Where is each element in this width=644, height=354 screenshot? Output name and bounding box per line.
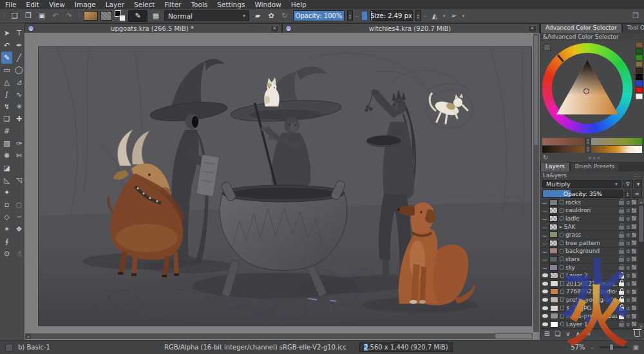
- eye-open-icon[interactable]: [542, 282, 548, 286]
- crop-tool[interactable]: #: [1, 125, 12, 137]
- lock-icon[interactable]: [619, 226, 624, 230]
- layer-row[interactable]: Layer 1α: [540, 320, 638, 329]
- menu-item-layer[interactable]: Layer: [106, 1, 124, 8]
- layer-row[interactable]: pretty-young-adult-...α: [540, 296, 638, 304]
- menu-item-image[interactable]: Image: [75, 1, 96, 8]
- undo-button[interactable]: ↶: [50, 10, 61, 21]
- layer-name[interactable]: 77689521-studio-sh...: [566, 288, 617, 295]
- new-document-button[interactable]: ❑: [9, 10, 21, 21]
- shade-strip[interactable]: [591, 146, 642, 153]
- group-expand-icon[interactable]: [560, 224, 562, 230]
- close-icon[interactable]: [528, 25, 536, 32]
- layer-row[interactable]: xmas-present-baseα: [540, 312, 638, 320]
- alpha-lock-icon[interactable]: [632, 200, 636, 204]
- opacity-slider[interactable]: Opacity: 100%: [293, 10, 345, 21]
- lock-icon[interactable]: [619, 242, 624, 246]
- layer-blending-mode-select[interactable]: Multiply: [542, 180, 621, 188]
- layer-name[interactable]: cauldron: [565, 207, 617, 213]
- fill-tool[interactable]: ◪: [1, 162, 12, 174]
- edit-shapes-tool[interactable]: ↶: [1, 39, 12, 52]
- inherit-alpha-icon[interactable]: α: [626, 248, 630, 254]
- inherit-alpha-icon[interactable]: α: [626, 224, 630, 230]
- layer-opacity-slider[interactable]: Opacity: 35%: [542, 190, 623, 198]
- scrollbar-handle[interactable]: [495, 334, 532, 339]
- chevron-down-icon[interactable]: [462, 14, 465, 19]
- inherit-alpha-icon[interactable]: α: [626, 240, 630, 246]
- canvas-vertical-scrollbar[interactable]: [533, 34, 539, 332]
- eye-closed-icon[interactable]: [542, 257, 547, 261]
- ellipse-select-tool[interactable]: ◌: [14, 199, 24, 211]
- eraser-mode-button[interactable]: ▰: [252, 10, 263, 21]
- history-swatch[interactable]: [636, 74, 643, 80]
- hue-ring[interactable]: [542, 43, 632, 133]
- alpha-lock-icon[interactable]: [632, 322, 636, 326]
- layer-row[interactable]: cauldronα: [540, 207, 638, 215]
- move-layer-down-button[interactable]: ∨: [565, 330, 570, 337]
- splitter-handle[interactable]: [589, 155, 601, 161]
- alpha-lock-icon[interactable]: [632, 224, 636, 229]
- tab-layers[interactable]: Layers: [540, 162, 570, 172]
- lock-icon[interactable]: [619, 250, 624, 254]
- layer-row[interactable]: Layer 2α: [540, 271, 638, 280]
- alpha-lock-icon[interactable]: [632, 241, 636, 245]
- lock-icon[interactable]: [619, 210, 624, 213]
- rect-select-tool[interactable]: ▫: [1, 199, 12, 211]
- scroll-left-icon[interactable]: [25, 333, 31, 339]
- alpha-lock-icon[interactable]: [632, 216, 636, 221]
- menu-item-window[interactable]: Window: [254, 1, 281, 8]
- history-swatch[interactable]: [636, 81, 643, 86]
- inherit-alpha-icon[interactable]: α: [626, 199, 630, 206]
- history-swatch[interactable]: [636, 93, 643, 99]
- shade-selector[interactable]: [540, 137, 644, 153]
- layer-name[interactable]: Layer 2: [566, 272, 617, 279]
- eye-closed-icon[interactable]: [542, 241, 547, 244]
- tab-witchies4[interactable]: witchies4.kra (920.7 MiB): [282, 23, 540, 33]
- dock-handle-icon[interactable]: [634, 34, 641, 40]
- layer-row[interactable]: ladleα: [540, 215, 638, 223]
- save-button[interactable]: ▣: [36, 10, 48, 21]
- scroll-down-icon[interactable]: [638, 323, 644, 329]
- layer-row[interactable]: grassα: [540, 231, 638, 239]
- menu-item-edit[interactable]: Edit: [26, 1, 39, 8]
- history-swatch[interactable]: [636, 42, 643, 48]
- chevron-down-icon[interactable]: [443, 14, 446, 19]
- shade-strip[interactable]: [542, 138, 585, 145]
- inherit-alpha-icon[interactable]: α: [626, 297, 630, 303]
- zoom-tool[interactable]: ⊙: [1, 248, 12, 260]
- magnetic-select-tool[interactable]: ∮: [1, 235, 12, 248]
- alpha-lock-icon[interactable]: [632, 257, 636, 261]
- alpha-lock-icon[interactable]: [632, 290, 636, 294]
- close-icon[interactable]: [270, 25, 279, 32]
- inherit-alpha-icon[interactable]: α: [626, 256, 630, 262]
- lock-icon[interactable]: [619, 258, 624, 262]
- history-swatch[interactable]: [636, 48, 643, 54]
- delete-layer-button[interactable]: [634, 331, 640, 337]
- inherit-alpha-icon[interactable]: α: [626, 280, 630, 287]
- layer-row[interactable]: rocksα: [540, 199, 638, 207]
- layer-name[interactable]: background: [565, 248, 617, 254]
- eye-open-icon[interactable]: [542, 306, 548, 310]
- zoom-out-icon[interactable]: [591, 344, 594, 351]
- gradient-swatch[interactable]: [84, 11, 98, 21]
- layer-opacity-spinner[interactable]: [625, 190, 630, 198]
- lock-icon[interactable]: [619, 266, 624, 270]
- color-sampler-tool[interactable]: ✑: [14, 137, 24, 150]
- alpha-lock-icon[interactable]: [632, 233, 636, 237]
- layer-name[interactable]: rocks: [565, 199, 617, 206]
- multibrush-tool[interactable]: ✳: [14, 101, 24, 113]
- wrap-around-icon[interactable]: [448, 10, 460, 21]
- eye-closed-icon[interactable]: [542, 225, 547, 228]
- layer-row[interactable]: skyα: [540, 264, 638, 272]
- lock-icon[interactable]: [619, 291, 624, 295]
- redo-button[interactable]: ↷: [63, 10, 75, 21]
- polyline-tool[interactable]: ⊿: [14, 76, 24, 88]
- gradient-tool[interactable]: ▨: [1, 137, 12, 150]
- layer-name[interactable]: $_75.JPG: [566, 305, 617, 311]
- eye-open-icon[interactable]: [542, 290, 548, 293]
- layer-name[interactable]: grass: [565, 231, 617, 238]
- zoom-slider-handle[interactable]: [609, 344, 614, 351]
- selector-settings-button[interactable]: [544, 44, 551, 51]
- alpha-lock-icon[interactable]: [632, 249, 636, 253]
- text-tool[interactable]: T: [14, 27, 24, 39]
- eye-open-icon[interactable]: [542, 298, 548, 302]
